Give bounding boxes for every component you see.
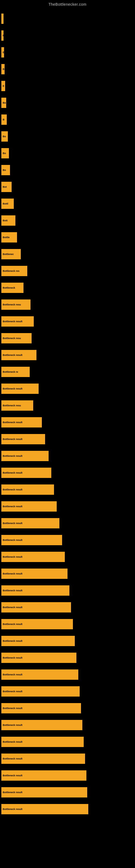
bar-label: Bott: [2, 219, 8, 222]
bar-row: Bo: [1, 94, 135, 111]
bar-row: Bottleneck result: [1, 632, 135, 649]
bar-row: Bottle: [1, 229, 135, 246]
bar-label: Bottlenec: [2, 252, 14, 256]
bar-label: Bo: [2, 101, 7, 105]
bar-row: Bottleneck result: [1, 700, 135, 717]
bar-label: Bottleneck result: [2, 353, 23, 357]
bar-label: Bo: [2, 151, 7, 155]
bar-row: Bottleneck result: [1, 801, 135, 817]
bar-label: Bottleneck result: [2, 706, 23, 710]
bar: Bottleneck result: [1, 670, 78, 680]
bar-row: Bo: [1, 128, 135, 145]
bar-label: Bottle: [2, 236, 10, 239]
bar: Bottleneck result: [1, 468, 51, 478]
bar-row: E: [1, 78, 135, 94]
bar-label: B: [2, 67, 5, 71]
bar-row: E: [1, 44, 135, 61]
bar-row: B: [1, 111, 135, 128]
bar-row: [1, 10, 135, 27]
bar-label: Bottleneck result: [2, 555, 23, 559]
bar: Bottleneck result: [1, 636, 75, 646]
bar-row: Bo: [1, 145, 135, 162]
bar-label: Bottleneck result: [2, 757, 23, 761]
bar: Bottleneck result: [1, 501, 57, 512]
bar: Bo: [1, 148, 9, 158]
bar-row: Bott: [1, 212, 135, 229]
bar-label: F: [2, 34, 5, 37]
bar-label: Bottleneck result: [2, 538, 23, 542]
bar-row: Bottlenec: [1, 246, 135, 262]
bar-row: F: [1, 27, 135, 44]
bar: Bottleneck result: [1, 552, 65, 562]
bar-row: Bottleneck result: [1, 683, 135, 700]
bar: B: [1, 115, 7, 125]
bar: Bo: [1, 98, 6, 108]
bar: Bottleneck resu: [1, 300, 31, 310]
bar-label: Bo: [2, 134, 7, 138]
bar: Bottleneck result: [1, 485, 54, 495]
bar-label: Bottleneck result: [2, 774, 23, 777]
bar-label: Bottleneck result: [2, 740, 23, 744]
bar: Bottle: [1, 232, 17, 243]
bar: Bottleneck: [1, 283, 24, 293]
bar-label: Bottleneck result: [2, 387, 23, 391]
bar: Bottleneck result: [1, 653, 77, 663]
bar: Bottleneck result: [1, 686, 80, 696]
bar: B: [1, 64, 5, 74]
bar-row: Bottleneck result: [1, 380, 135, 397]
bar-row: Bottleneck result: [1, 414, 135, 431]
bar: Bottleneck result: [1, 518, 59, 528]
bar: Bottleneck res: [1, 266, 27, 276]
bar-label: Bo: [2, 168, 7, 172]
bar-row: Bottleneck result: [1, 734, 135, 750]
bar-row: Bottleneck result: [1, 498, 135, 515]
bar-row: Bottl: [1, 195, 135, 212]
bar: Bottleneck result: [1, 434, 45, 444]
bar-row: Bottleneck result: [1, 750, 135, 767]
bar: Bottl: [1, 198, 14, 209]
bar-row: Bottleneck result: [1, 431, 135, 447]
site-title: TheBottlenecker.com: [0, 0, 135, 8]
bar: E: [1, 47, 4, 58]
bar-label: Bottleneck result: [2, 504, 23, 508]
bar-row: Bottleneck result: [1, 666, 135, 683]
bar: Bottleneck result: [1, 417, 42, 428]
bar-label: Bottleneck result: [2, 572, 23, 576]
bar: Bot: [1, 182, 12, 192]
bar-row: Bottleneck result: [1, 481, 135, 498]
bar-row: Bottleneck resu: [1, 296, 135, 313]
bar: Bottleneck result: [1, 753, 85, 764]
bar-row: Bottleneck result: [1, 599, 135, 616]
bar-label: Bottleneck resu: [2, 404, 22, 407]
bar-row: Bottleneck resu: [1, 397, 135, 414]
bar-row: Bottleneck result: [1, 464, 135, 481]
bar-row: Bottleneck result: [1, 515, 135, 532]
bar-row: Bottleneck result: [1, 616, 135, 632]
bar-label: Bottleneck result: [2, 639, 23, 643]
bar-label: Bottleneck result: [2, 656, 23, 660]
bar-label: Bottleneck res: [2, 269, 20, 273]
bar-label: Bottleneck result: [2, 521, 23, 525]
bar-row: Bottleneck result: [1, 717, 135, 734]
bar: Bottleneck result: [1, 350, 37, 360]
bar: Bottleneck result: [1, 585, 70, 596]
bar-label: Bottleneck resu: [2, 303, 22, 307]
bar-row: Bottleneck re: [1, 364, 135, 380]
bar-label: Bottleneck result: [2, 421, 23, 424]
bar-label: Bottl: [2, 202, 9, 206]
bar-row: Bottleneck result: [1, 649, 135, 666]
bar: Bottleneck result: [1, 568, 68, 579]
bar: Bo: [1, 131, 8, 142]
bar: [1, 13, 3, 24]
bar-label: Bottleneck result: [2, 488, 23, 492]
bar-label: Bottleneck result: [2, 622, 23, 626]
bar-label: Bottleneck result: [2, 589, 23, 592]
bar-label: B: [2, 118, 5, 122]
bar-label: Bottleneck result: [2, 723, 23, 727]
bar-label: Bottleneck re: [2, 370, 19, 374]
bar: Bottleneck result: [1, 720, 82, 730]
bar-row: Bottleneck result: [1, 767, 135, 784]
bar-label: Bottleneck result: [2, 673, 23, 677]
bar: Bottleneck result: [1, 316, 34, 327]
bar-label: E: [2, 51, 5, 54]
